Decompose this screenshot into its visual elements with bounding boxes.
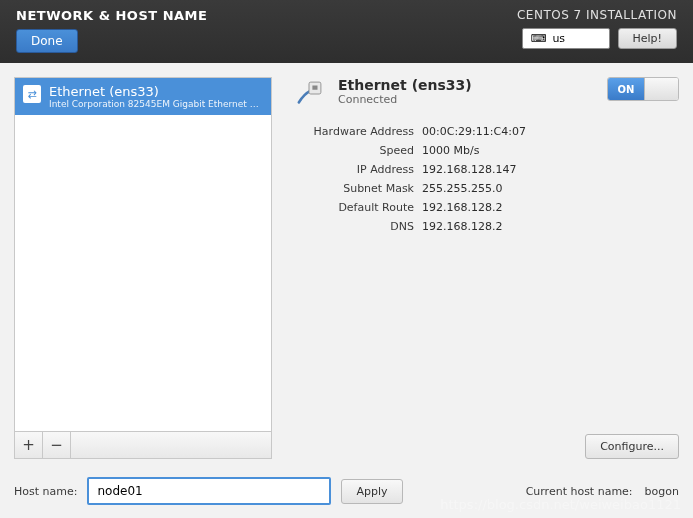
header-bar: NETWORK & HOST NAME Done CENTOS 7 INSTAL… [0,0,693,63]
current-hostname-label: Current host name: [526,485,633,498]
keyboard-layout-selector[interactable]: ⌨ us [522,28,610,49]
hostname-input[interactable] [87,477,331,505]
add-interface-button[interactable]: + [15,432,43,458]
installation-title: CENTOS 7 INSTALLATION [517,8,677,22]
interface-title: Ethernet (ens33) [338,77,595,93]
ethernet-icon: ⇄ [23,85,41,103]
configure-button[interactable]: Configure... [585,434,679,459]
detail-row: Subnet Mask 255.255.255.0 [292,182,679,195]
interface-item-name: Ethernet (ens33) [49,84,263,99]
detail-row: DNS 192.168.128.2 [292,220,679,233]
apply-button[interactable]: Apply [341,479,402,504]
ethernet-plug-icon [292,77,326,111]
remove-interface-button[interactable]: − [43,432,71,458]
interface-item-desc: Intel Corporation 82545EM Gigabit Ethern… [49,99,263,109]
interface-toggle[interactable]: ON [607,77,679,101]
done-button[interactable]: Done [16,29,78,53]
detail-row: Default Route 192.168.128.2 [292,201,679,214]
svg-rect-1 [312,86,317,90]
hostname-label: Host name: [14,485,77,498]
detail-row: IP Address 192.168.128.147 [292,163,679,176]
page-title: NETWORK & HOST NAME [16,8,207,23]
toggle-handle [644,78,678,100]
toggle-on-label: ON [608,78,644,100]
interface-status: Connected [338,93,595,106]
detail-row: Speed 1000 Mb/s [292,144,679,157]
current-hostname-value: bogon [645,485,679,498]
interface-details: Hardware Address 00:0C:29:11:C4:07 Speed… [292,125,679,239]
help-button[interactable]: Help! [618,28,678,49]
detail-row: Hardware Address 00:0C:29:11:C4:07 [292,125,679,138]
keyboard-layout-value: us [552,32,565,45]
keyboard-icon: ⌨ [531,32,547,45]
interface-list-item[interactable]: ⇄ Ethernet (ens33) Intel Corporation 825… [15,78,271,115]
interface-list[interactable]: ⇄ Ethernet (ens33) Intel Corporation 825… [14,77,272,432]
